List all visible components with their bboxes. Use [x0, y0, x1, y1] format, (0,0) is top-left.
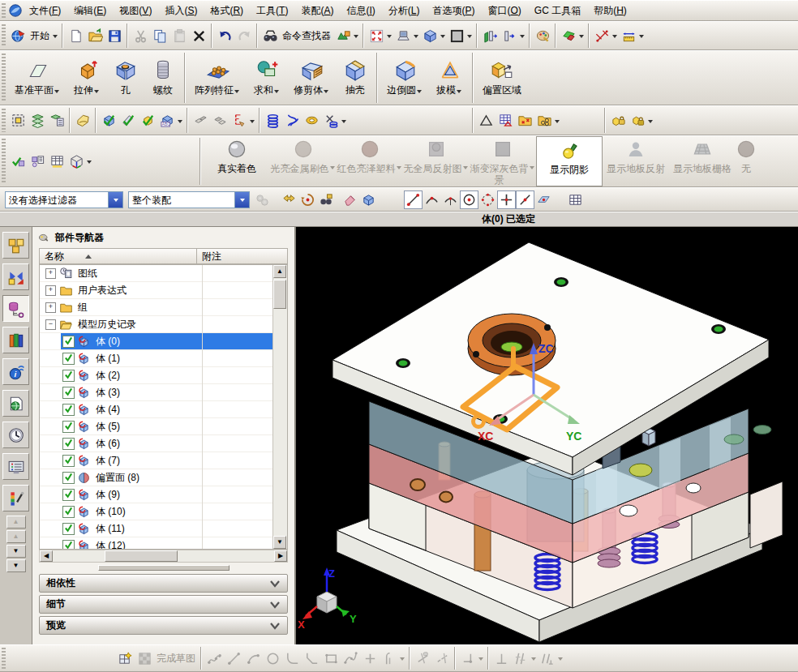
scroll-down-button[interactable]: ▼ — [6, 545, 26, 558]
thread-feature-button[interactable]: 螺纹 — [144, 58, 182, 98]
tree-row[interactable]: 体 (1) — [40, 350, 273, 367]
offset-curve-button[interactable] — [380, 648, 399, 668]
triangle-mesh-button[interactable] — [476, 111, 496, 131]
tree-row[interactable]: 体 (12) — [40, 537, 273, 550]
eraser-3d-button[interactable] — [341, 190, 359, 209]
touch-mode-dropdown-arrow[interactable] — [354, 35, 358, 41]
cut-button[interactable] — [131, 26, 150, 45]
snap-quadrant-button[interactable] — [478, 190, 497, 209]
web-browser-tab[interactable]: i — [2, 358, 29, 385]
toolbar-grip[interactable] — [2, 109, 6, 132]
tree-checkbox[interactable] — [62, 387, 75, 399]
shell-feature-button[interactable]: 抽壳 — [337, 58, 374, 98]
tree-row[interactable]: 体 (4) — [40, 401, 273, 418]
menu-窗口O[interactable]: 窗口(O) — [481, 1, 527, 21]
annotation-tag-button[interactable] — [73, 111, 92, 131]
edge-blend-dropdown-arrow[interactable] — [417, 90, 422, 96]
draft-feature-button[interactable]: 拔模 — [430, 58, 470, 98]
toolbar-grip[interactable] — [2, 24, 6, 47]
tree-row[interactable]: 体 (5) — [40, 418, 273, 435]
display-mode-dropdown-arrow[interactable] — [467, 35, 472, 41]
part-navigator-tab[interactable] — [2, 295, 29, 322]
view-cube-dropdown-arrow[interactable] — [440, 35, 445, 41]
sketch-point-button[interactable] — [360, 648, 380, 668]
tree-checkbox[interactable] — [62, 540, 75, 550]
ruler-button[interactable] — [619, 26, 638, 45]
tree-expander[interactable]: + — [45, 285, 56, 296]
offset-region-feature-button[interactable]: 偏置区域 — [476, 58, 528, 98]
ruler-dropdown-arrow[interactable] — [639, 35, 644, 41]
scroll-first-button[interactable]: ▲ — [6, 516, 26, 529]
sketch-fillet-button[interactable] — [282, 648, 302, 668]
make-corner-dropdown-arrow[interactable] — [478, 657, 483, 663]
show-hide-button[interactable] — [99, 111, 118, 131]
scrollbar-thumb[interactable] — [273, 280, 286, 309]
coil-spring-button[interactable] — [263, 111, 282, 131]
tree-checkbox[interactable] — [62, 523, 75, 535]
validate-table-button[interactable] — [47, 152, 66, 171]
measure-distance-dropdown-arrow[interactable] — [612, 35, 617, 41]
sketch-arc-button[interactable] — [243, 648, 263, 668]
tree-row[interactable]: +用户表达式 — [40, 282, 273, 299]
section-细节[interactable]: 细节 — [39, 595, 288, 614]
tree-expander[interactable]: + — [45, 268, 56, 279]
touch-mode-button[interactable] — [333, 26, 353, 45]
tree-row[interactable]: 体 (11) — [40, 520, 273, 537]
tree-row[interactable]: 体 (3) — [40, 384, 273, 401]
reuse-library-tab[interactable] — [2, 327, 29, 353]
chevron-down-icon[interactable] — [269, 622, 281, 630]
menu-编辑E[interactable]: 编辑(E) — [67, 1, 113, 21]
open-file-button[interactable] — [85, 26, 105, 45]
copy-button[interactable] — [150, 26, 169, 45]
extrude-feature-button[interactable]: 拉伸 — [67, 58, 107, 98]
snap-grid-button[interactable] — [566, 190, 585, 209]
tree-checkbox[interactable] — [62, 421, 75, 433]
selection-filter-dropdown[interactable] — [108, 192, 122, 208]
menu-装配A[interactable]: 装配(A) — [294, 1, 340, 21]
selection-scope-combo[interactable]: 整个装配 — [128, 191, 250, 208]
menu-文件F[interactable]: 文件(F) — [23, 1, 67, 21]
tree-row[interactable]: 体 (7) — [40, 452, 273, 469]
tree-row[interactable]: 体 (2) — [40, 367, 273, 384]
pattern-dropdown-arrow[interactable] — [234, 90, 239, 96]
snap-face-button[interactable] — [534, 190, 553, 209]
offset-curve-dropdown-arrow[interactable] — [400, 657, 405, 663]
tree-row[interactable]: 体 (6) — [40, 435, 273, 452]
start-globe-button[interactable] — [8, 26, 28, 45]
panel-splitter[interactable] — [39, 564, 288, 571]
tree-checkbox[interactable] — [62, 404, 75, 416]
sphere-red-dropdown-arrow[interactable] — [397, 166, 401, 172]
tree-checkbox[interactable] — [62, 472, 75, 484]
section-预览[interactable]: 预览 — [39, 616, 288, 635]
menu-首选项P[interactable]: 首选项(P) — [426, 1, 481, 21]
clip-section-2-button[interactable] — [500, 26, 519, 45]
tree-row[interactable]: 体 (9) — [40, 486, 273, 503]
scroll-up-button[interactable]: ▲ — [6, 530, 26, 543]
square-gray-render-button[interactable]: 无全局反射图 — [403, 136, 470, 186]
column-header-note[interactable]: 附注 — [197, 249, 226, 263]
find-component-button[interactable] — [317, 190, 336, 209]
square-dark-dropdown-arrow[interactable] — [530, 166, 534, 172]
constraint-navigator-tab[interactable] — [2, 263, 29, 290]
snap-tangent-button[interactable] — [423, 190, 441, 209]
show-component-button[interactable] — [138, 111, 157, 131]
rotate-target-button[interactable] — [298, 190, 317, 209]
visual-reports-tab[interactable] — [2, 485, 29, 511]
scroll-up-button[interactable]: ▲ — [273, 265, 286, 278]
scroll-right-button[interactable]: ▶ — [274, 550, 287, 562]
square-gray-dropdown-arrow[interactable] — [463, 166, 468, 172]
sphere-dark-render-button[interactable]: 无 — [736, 136, 757, 186]
tree-checkbox[interactable] — [62, 455, 75, 467]
tree-row[interactable]: 体 (10) — [40, 503, 273, 520]
undo-button[interactable] — [215, 26, 234, 45]
clip-section-button[interactable] — [480, 26, 500, 45]
layer-category-button[interactable] — [47, 111, 66, 131]
scroll-down-button[interactable]: ▼ — [273, 536, 286, 549]
unite-feature-button[interactable]: 求和 — [247, 58, 287, 98]
sketch-line-button[interactable] — [224, 648, 243, 668]
tree-checkbox[interactable] — [62, 506, 75, 518]
display-mode-button[interactable] — [447, 26, 466, 45]
show-constraints-button[interactable] — [511, 648, 530, 668]
table-mesh-button[interactable] — [496, 111, 515, 131]
paste-button[interactable] — [169, 26, 189, 45]
